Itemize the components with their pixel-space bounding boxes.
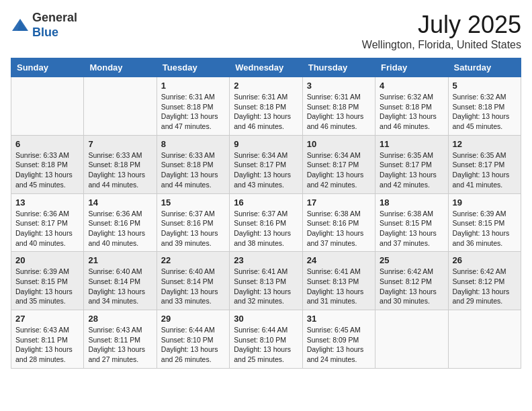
day-number: 13 (15, 197, 79, 208)
day-info: Sunrise: 6:42 AM Sunset: 8:12 PM Dayligh… (453, 267, 517, 306)
day-info: Sunrise: 6:38 AM Sunset: 8:16 PM Dayligh… (307, 209, 371, 248)
calendar-cell (84, 77, 157, 136)
day-number: 31 (307, 314, 371, 324)
calendar-cell: 10Sunrise: 6:34 AM Sunset: 8:17 PM Dayli… (302, 135, 375, 193)
calendar-body: 1Sunrise: 6:31 AM Sunset: 8:18 PM Daylig… (11, 77, 521, 369)
day-info: Sunrise: 6:36 AM Sunset: 8:16 PM Dayligh… (88, 209, 152, 248)
day-number: 5 (453, 81, 517, 91)
day-info: Sunrise: 6:31 AM Sunset: 8:18 PM Dayligh… (307, 92, 371, 132)
calendar-cell: 8Sunrise: 6:33 AM Sunset: 8:18 PM Daylig… (157, 135, 229, 193)
logo-general: General (32, 11, 77, 26)
day-info: Sunrise: 6:31 AM Sunset: 8:18 PM Dayligh… (234, 92, 298, 132)
day-number: 9 (234, 139, 298, 149)
day-info: Sunrise: 6:44 AM Sunset: 8:10 PM Dayligh… (234, 325, 298, 365)
title-block: July 2025 Wellington, Florida, United St… (362, 11, 521, 51)
day-number: 2 (234, 81, 298, 91)
day-info: Sunrise: 6:35 AM Sunset: 8:17 PM Dayligh… (380, 150, 443, 190)
day-number: 21 (88, 255, 152, 265)
calendar-table: SundayMondayTuesdayWednesdayThursdayFrid… (11, 58, 521, 369)
calendar-cell: 31Sunrise: 6:45 AM Sunset: 8:09 PM Dayli… (302, 310, 375, 369)
calendar-cell: 12Sunrise: 6:35 AM Sunset: 8:17 PM Dayli… (448, 135, 521, 193)
day-number: 20 (15, 255, 79, 265)
calendar-cell: 17Sunrise: 6:38 AM Sunset: 8:16 PM Dayli… (302, 193, 375, 252)
day-info: Sunrise: 6:32 AM Sunset: 8:18 PM Dayligh… (380, 92, 443, 132)
dow-tuesday: Tuesday (157, 58, 229, 77)
day-info: Sunrise: 6:31 AM Sunset: 8:18 PM Dayligh… (161, 92, 225, 132)
dow-monday: Monday (84, 58, 157, 77)
day-info: Sunrise: 6:42 AM Sunset: 8:12 PM Dayligh… (380, 267, 443, 306)
calendar-cell: 11Sunrise: 6:35 AM Sunset: 8:17 PM Dayli… (375, 135, 448, 193)
dow-friday: Friday (375, 58, 448, 77)
week-row-4: 20Sunrise: 6:39 AM Sunset: 8:15 PM Dayli… (11, 252, 521, 310)
calendar-cell: 9Sunrise: 6:34 AM Sunset: 8:17 PM Daylig… (230, 135, 302, 193)
day-info: Sunrise: 6:40 AM Sunset: 8:14 PM Dayligh… (161, 267, 225, 306)
calendar-cell: 14Sunrise: 6:36 AM Sunset: 8:16 PM Dayli… (84, 193, 157, 252)
logo-icon (11, 16, 30, 35)
calendar-cell: 21Sunrise: 6:40 AM Sunset: 8:14 PM Dayli… (84, 252, 157, 310)
day-info: Sunrise: 6:39 AM Sunset: 8:15 PM Dayligh… (15, 267, 79, 306)
day-info: Sunrise: 6:33 AM Sunset: 8:18 PM Dayligh… (88, 150, 152, 190)
day-number: 17 (307, 197, 371, 208)
day-number: 16 (234, 197, 298, 208)
calendar-cell: 20Sunrise: 6:39 AM Sunset: 8:15 PM Dayli… (11, 252, 84, 310)
day-number: 6 (15, 139, 79, 149)
day-number: 3 (307, 81, 371, 91)
calendar-cell: 18Sunrise: 6:38 AM Sunset: 8:15 PM Dayli… (375, 193, 448, 252)
day-number: 14 (88, 197, 152, 208)
calendar-cell: 25Sunrise: 6:42 AM Sunset: 8:12 PM Dayli… (375, 252, 448, 310)
calendar-cell (11, 77, 84, 136)
calendar-cell: 30Sunrise: 6:44 AM Sunset: 8:10 PM Dayli… (230, 310, 302, 369)
dow-sunday: Sunday (11, 58, 84, 77)
day-number: 27 (15, 314, 79, 324)
calendar-cell: 29Sunrise: 6:44 AM Sunset: 8:10 PM Dayli… (157, 310, 229, 369)
day-info: Sunrise: 6:33 AM Sunset: 8:18 PM Dayligh… (161, 150, 225, 190)
calendar-cell: 7Sunrise: 6:33 AM Sunset: 8:18 PM Daylig… (84, 135, 157, 193)
day-info: Sunrise: 6:41 AM Sunset: 8:13 PM Dayligh… (234, 267, 298, 306)
day-info: Sunrise: 6:37 AM Sunset: 8:16 PM Dayligh… (161, 209, 225, 248)
page-header: General Blue July 2025 Wellington, Flori… (11, 11, 521, 51)
calendar-cell: 3Sunrise: 6:31 AM Sunset: 8:18 PM Daylig… (302, 77, 375, 136)
day-number: 1 (161, 81, 225, 91)
day-number: 28 (88, 314, 152, 324)
day-number: 30 (234, 314, 298, 324)
dow-wednesday: Wednesday (230, 58, 302, 77)
dow-thursday: Thursday (302, 58, 375, 77)
day-number: 25 (380, 255, 443, 265)
calendar-cell: 4Sunrise: 6:32 AM Sunset: 8:18 PM Daylig… (375, 77, 448, 136)
day-info: Sunrise: 6:40 AM Sunset: 8:14 PM Dayligh… (88, 267, 152, 306)
day-number: 4 (380, 81, 443, 91)
calendar-cell: 6Sunrise: 6:33 AM Sunset: 8:18 PM Daylig… (11, 135, 84, 193)
day-number: 8 (161, 139, 225, 149)
calendar-cell: 26Sunrise: 6:42 AM Sunset: 8:12 PM Dayli… (448, 252, 521, 310)
calendar-cell: 5Sunrise: 6:32 AM Sunset: 8:18 PM Daylig… (448, 77, 521, 136)
calendar-cell: 27Sunrise: 6:43 AM Sunset: 8:11 PM Dayli… (11, 310, 84, 369)
calendar-cell: 24Sunrise: 6:41 AM Sunset: 8:13 PM Dayli… (302, 252, 375, 310)
day-number: 15 (161, 197, 225, 208)
day-info: Sunrise: 6:45 AM Sunset: 8:09 PM Dayligh… (307, 325, 371, 365)
calendar-cell: 13Sunrise: 6:36 AM Sunset: 8:17 PM Dayli… (11, 193, 84, 252)
day-number: 12 (453, 139, 517, 149)
calendar-cell: 1Sunrise: 6:31 AM Sunset: 8:18 PM Daylig… (157, 77, 229, 136)
logo-blue: Blue (32, 26, 77, 40)
calendar-cell: 19Sunrise: 6:39 AM Sunset: 8:15 PM Dayli… (448, 193, 521, 252)
calendar-cell: 23Sunrise: 6:41 AM Sunset: 8:13 PM Dayli… (230, 252, 302, 310)
day-info: Sunrise: 6:32 AM Sunset: 8:18 PM Dayligh… (453, 92, 517, 132)
week-row-2: 6Sunrise: 6:33 AM Sunset: 8:18 PM Daylig… (11, 135, 521, 193)
calendar-cell: 22Sunrise: 6:40 AM Sunset: 8:14 PM Dayli… (157, 252, 229, 310)
day-info: Sunrise: 6:44 AM Sunset: 8:10 PM Dayligh… (161, 325, 225, 365)
day-info: Sunrise: 6:38 AM Sunset: 8:15 PM Dayligh… (380, 209, 443, 248)
day-info: Sunrise: 6:37 AM Sunset: 8:16 PM Dayligh… (234, 209, 298, 248)
calendar-cell: 16Sunrise: 6:37 AM Sunset: 8:16 PM Dayli… (230, 193, 302, 252)
day-number: 22 (161, 255, 225, 265)
day-of-week-header: SundayMondayTuesdayWednesdayThursdayFrid… (11, 58, 521, 77)
day-number: 18 (380, 197, 443, 208)
calendar-cell: 28Sunrise: 6:43 AM Sunset: 8:11 PM Dayli… (84, 310, 157, 369)
calendar-cell: 15Sunrise: 6:37 AM Sunset: 8:16 PM Dayli… (157, 193, 229, 252)
logo: General Blue (11, 11, 77, 40)
calendar-cell (375, 310, 448, 369)
day-info: Sunrise: 6:35 AM Sunset: 8:17 PM Dayligh… (453, 150, 517, 190)
dow-saturday: Saturday (448, 58, 521, 77)
day-info: Sunrise: 6:41 AM Sunset: 8:13 PM Dayligh… (307, 267, 371, 306)
day-info: Sunrise: 6:33 AM Sunset: 8:18 PM Dayligh… (15, 150, 79, 190)
day-info: Sunrise: 6:34 AM Sunset: 8:17 PM Dayligh… (234, 150, 298, 190)
